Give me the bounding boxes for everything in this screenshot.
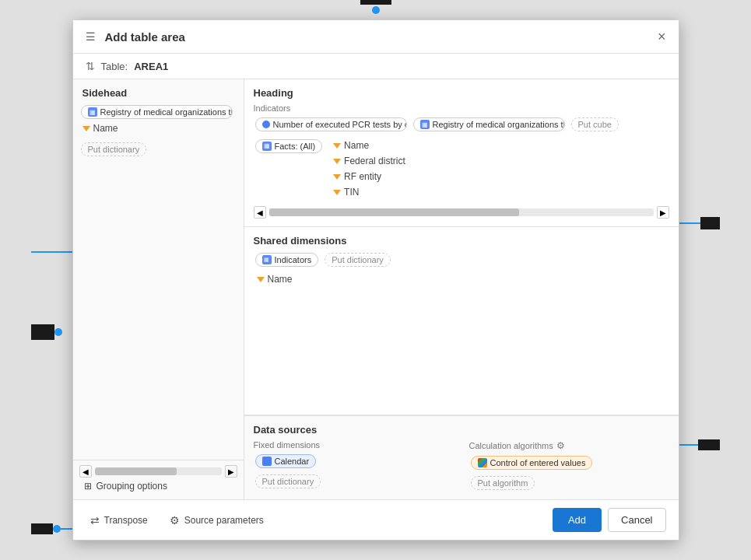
table-label: Table: bbox=[101, 61, 128, 72]
name-triangle bbox=[333, 143, 341, 149]
tin-triangle bbox=[333, 190, 341, 195]
transpose-icon: ⇄ bbox=[90, 514, 100, 527]
calendar-chip[interactable]: Calendar bbox=[255, 454, 317, 468]
indicators-chips-row: Number of executed PCR tests by organiza… bbox=[254, 116, 669, 133]
heading-tin-dim: TIN bbox=[330, 184, 669, 200]
put-algo-label: Put algorithm bbox=[478, 478, 528, 488]
shared-dims-title: Shared dimensions bbox=[254, 235, 669, 247]
facts-label: Facts: (All) bbox=[275, 142, 316, 151]
heading-scroll-left[interactable]: ◀ bbox=[254, 206, 266, 219]
indicator-pcr-chip[interactable]: Number of executed PCR tests by organiza… bbox=[255, 117, 407, 131]
heading-name-label: Name bbox=[344, 140, 369, 151]
algo-label: Control of entered values bbox=[490, 458, 586, 467]
sidehead-panel: Sidehead ▦ Registry of medical organizat… bbox=[73, 79, 244, 499]
cancel-button[interactable]: Cancel bbox=[608, 508, 665, 532]
footer-right: Add Cancel bbox=[553, 508, 666, 532]
triangle-icon bbox=[82, 126, 90, 131]
put-dict-label: Put dictionary bbox=[88, 145, 140, 154]
grouping-icon: ⊞ bbox=[84, 481, 92, 492]
sidehead-scroll-nav: ◀ ▶ bbox=[79, 465, 237, 478]
heading-scrollbar-thumb bbox=[269, 208, 519, 216]
modal-header-left: ☰ Add table area bbox=[86, 30, 185, 44]
source-parameters-button[interactable]: ⚙ Source parameters bbox=[165, 511, 268, 530]
data-sources-title: Data sources bbox=[254, 424, 669, 436]
top-bar-dot bbox=[372, 6, 380, 14]
heading-federal-label: Federal district bbox=[344, 156, 405, 166]
algo-icon bbox=[478, 458, 487, 467]
shared-name-label: Name bbox=[268, 274, 293, 285]
shared-indicators-label: Indicators bbox=[275, 255, 312, 264]
calendar-chip-row: Calendar bbox=[254, 453, 454, 470]
heading-tin-label: TIN bbox=[344, 187, 359, 198]
federal-triangle bbox=[333, 159, 341, 164]
fixed-dimensions-col: Fixed dimensions Calendar Put dict bbox=[254, 440, 454, 492]
sidehead-title: Sidehead bbox=[73, 79, 244, 103]
heading-scroll-area: ◀ ▶ bbox=[254, 206, 669, 219]
datasources-grid: Fixed dimensions Calendar Put dict bbox=[254, 440, 669, 492]
put-algo-chip[interactable]: Put algorithm bbox=[471, 476, 535, 490]
sub-header: ⇅ Table: AREA1 bbox=[73, 54, 679, 79]
sidehead-scrollbar[interactable] bbox=[95, 467, 222, 475]
modal-footer: ⇄ Transpose ⚙ Source parameters Add Canc… bbox=[73, 499, 679, 540]
sidehead-registry-label: Registry of medical organizations that e… bbox=[100, 107, 233, 117]
sidehead-put-dict-row: Put dictionary bbox=[79, 141, 237, 158]
indicators-icon: ▦ bbox=[262, 255, 272, 264]
indicators-label: Indicators bbox=[254, 103, 669, 113]
sidehead-scroll-right[interactable]: ▶ bbox=[225, 465, 237, 478]
grouping-options-button[interactable]: ⊞ Grouping options bbox=[79, 478, 237, 495]
modal-title: Add table area bbox=[105, 30, 185, 44]
calendar-label: Calendar bbox=[275, 457, 310, 466]
close-button[interactable]: × bbox=[658, 30, 666, 44]
heading-scroll-right[interactable]: ▶ bbox=[657, 206, 669, 219]
transpose-label: Transpose bbox=[104, 515, 148, 526]
sidehead-name-dim: Name bbox=[79, 121, 237, 136]
shared-indicators-chip[interactable]: ▦ Indicators bbox=[255, 253, 319, 267]
source-params-label: Source parameters bbox=[184, 515, 264, 526]
add-button[interactable]: Add bbox=[553, 508, 602, 532]
shared-dimensions-section: Shared dimensions ▦ Indicators Put dicti… bbox=[244, 227, 679, 415]
main-panel: Heading Indicators Number of executed PC… bbox=[244, 79, 679, 499]
rf-triangle bbox=[333, 174, 341, 180]
shared-put-dict-chip[interactable]: Put dictionary bbox=[325, 253, 391, 267]
heading-dims-area: ▦ Facts: (All) Name bbox=[254, 138, 669, 200]
fixed-dims-label: Fixed dimensions bbox=[254, 440, 454, 450]
shared-chips-row: ▦ Indicators Put dictionary bbox=[254, 251, 669, 268]
sidehead-scroll-left[interactable]: ◀ bbox=[79, 465, 92, 478]
transpose-button[interactable]: ⇄ Transpose bbox=[86, 511, 153, 530]
heading-scrollbar[interactable] bbox=[269, 208, 654, 216]
registry-heading-icon: ▦ bbox=[420, 120, 430, 129]
facts-chip[interactable]: ▦ Facts: (All) bbox=[255, 139, 323, 153]
facts-col: ▦ Facts: (All) bbox=[254, 138, 325, 155]
sidehead-registry-chip[interactable]: ▦ Registry of medical organizations that… bbox=[81, 105, 233, 119]
modal-body: Sidehead ▦ Registry of medical organizat… bbox=[73, 79, 679, 499]
source-params-icon: ⚙ bbox=[170, 514, 180, 527]
left-annotation-2 bbox=[31, 324, 62, 340]
sidehead-name-label: Name bbox=[93, 123, 118, 134]
put-dict-fixed-chip[interactable]: Put dictionary bbox=[255, 474, 321, 488]
put-dict-fixed-label: Put dictionary bbox=[262, 477, 314, 486]
algo-chip[interactable]: Control of entered values bbox=[471, 456, 593, 470]
sidehead-content: ▦ Registry of medical organizations that… bbox=[73, 103, 244, 460]
put-cube-chip[interactable]: Put cube bbox=[571, 117, 619, 131]
registry-heading-chip[interactable]: ▦ Registry of medical organizations that… bbox=[413, 117, 565, 131]
data-sources-section: Data sources Fixed dimensions Calendar bbox=[244, 415, 679, 499]
calendar-icon bbox=[262, 457, 272, 466]
top-bar-block bbox=[360, 0, 391, 5]
menu-icon: ☰ bbox=[86, 30, 96, 43]
add-table-area-modal: ☰ Add table area × ⇅ Table: AREA1 Sidehe… bbox=[72, 19, 679, 541]
heading-federal-dim: Federal district bbox=[330, 153, 669, 169]
shared-put-dict-label: Put dictionary bbox=[332, 255, 384, 264]
heading-name-dim: Name bbox=[330, 138, 669, 153]
shared-name-dim: Name bbox=[254, 271, 669, 287]
put-cube-label: Put cube bbox=[578, 120, 612, 129]
sidehead-put-dictionary[interactable]: Put dictionary bbox=[81, 142, 147, 156]
shared-triangle bbox=[257, 277, 265, 282]
gear-icon[interactable]: ⚙ bbox=[556, 440, 565, 451]
heading-rf-label: RF entity bbox=[344, 171, 381, 182]
modal-header: ☰ Add table area × bbox=[73, 20, 679, 54]
calc-algorithms-col: Calculation algorithms ⚙ Control of ente… bbox=[469, 440, 669, 492]
heading-title: Heading bbox=[254, 87, 669, 99]
footer-left: ⇄ Transpose ⚙ Source parameters bbox=[86, 511, 268, 530]
top-annotation bbox=[360, 0, 391, 14]
grouping-label: Grouping options bbox=[97, 481, 167, 492]
